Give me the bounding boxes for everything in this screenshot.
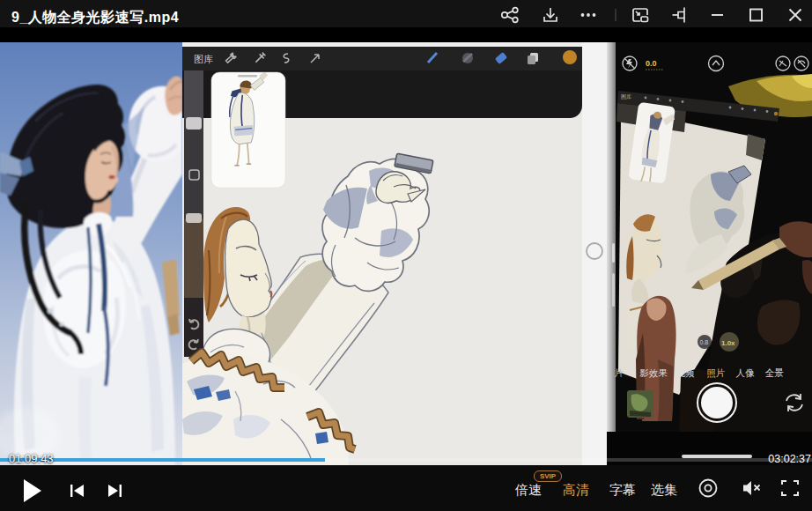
svg-text:0.0: 0.0 [646, 59, 657, 68]
svg-text:视频: 视频 [676, 367, 696, 378]
svg-text:影效果: 影效果 [639, 367, 668, 378]
svg-text:人像: 人像 [736, 367, 756, 378]
svg-text:图库: 图库 [621, 93, 631, 100]
svg-text:全景: 全景 [765, 367, 785, 378]
svg-text:1.0x: 1.0x [721, 339, 735, 347]
svg-text:0.8: 0.8 [700, 339, 709, 345]
svg-text:片: 片 [615, 367, 624, 378]
svg-text:照片: 照片 [707, 367, 726, 379]
svg-text:图库: 图库 [194, 54, 213, 64]
